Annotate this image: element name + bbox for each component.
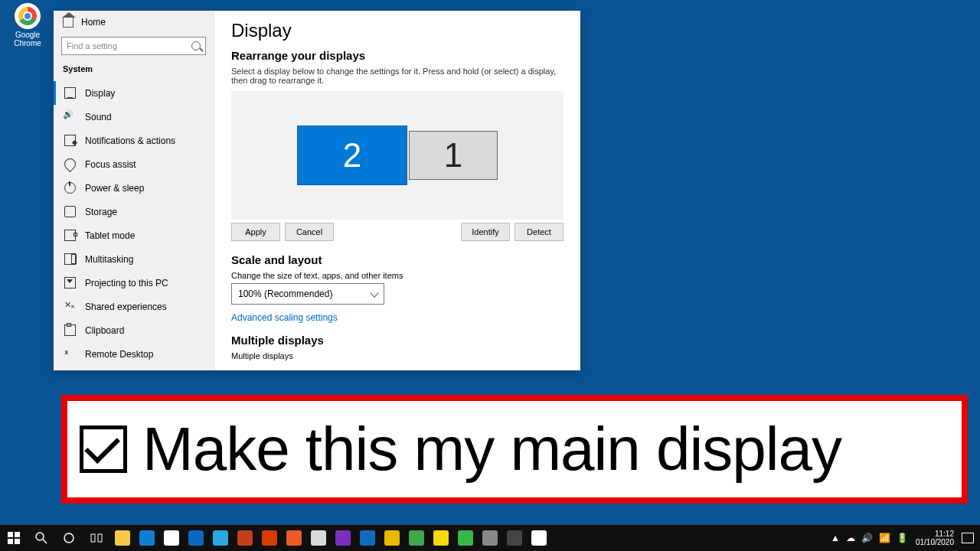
storage-icon (64, 206, 76, 217)
chrome-icon (15, 3, 41, 29)
sidebar-section-title: System (54, 61, 214, 81)
monitor-1[interactable]: 1 (409, 131, 498, 180)
tray-network-icon[interactable]: 📶 (879, 533, 890, 543)
app-icon (115, 530, 130, 546)
settings-main: Display Rearrange your displays Select a… (214, 11, 580, 370)
settings-sidebar: Home Find a setting System Display Sound… (54, 11, 214, 370)
sidebar-item-projecting[interactable]: Projecting to this PC (54, 271, 214, 295)
main-display-label: Make this my main display (142, 419, 841, 480)
rearrange-heading: Rearrange your displays (231, 49, 564, 62)
search-icon (35, 532, 47, 544)
sidebar-item-display[interactable]: Display (54, 81, 214, 105)
system-tray[interactable]: ▲ ☁ 🔊 📶 🔋 (831, 533, 908, 543)
app-icon (507, 530, 522, 546)
display-icon (64, 87, 76, 99)
taskbar-app-17[interactable] (527, 525, 551, 551)
svg-point-4 (36, 533, 44, 540)
svg-rect-8 (98, 534, 102, 542)
advanced-scaling-link[interactable]: Advanced scaling settings (231, 312, 564, 323)
tray-battery-icon[interactable]: 🔋 (897, 533, 908, 543)
search-button[interactable] (28, 525, 55, 551)
tray-onedrive-icon[interactable]: ☁ (846, 533, 855, 543)
tray-chevron-icon[interactable]: ▲ (831, 533, 840, 543)
home-button[interactable]: Home (54, 11, 214, 34)
apply-button[interactable]: Apply (231, 223, 280, 241)
search-input[interactable]: Find a setting (61, 37, 206, 55)
sidebar-item-clipboard[interactable]: Clipboard (54, 318, 214, 342)
sidebar-item-remote[interactable]: Remote Desktop (54, 342, 214, 366)
remote-icon (64, 348, 76, 360)
sidebar-item-multitask[interactable]: Multitasking (54, 247, 214, 271)
taskbar-app-10[interactable] (355, 525, 380, 551)
taskbar-app-3[interactable] (184, 525, 208, 551)
main-display-checkbox[interactable] (80, 425, 127, 473)
taskbar-app-1[interactable] (135, 525, 159, 551)
taskbar-app-14[interactable] (453, 525, 478, 551)
main-display-callout: Make this my main display (61, 395, 968, 504)
projecting-icon (64, 277, 76, 289)
sidebar-item-sound[interactable]: Sound (54, 105, 214, 129)
multiple-displays-heading: Multiple displays (231, 334, 564, 347)
app-icon (237, 530, 253, 546)
taskbar-app-6[interactable] (257, 525, 282, 551)
app-icon (360, 530, 375, 546)
desktop-icon-chrome[interactable]: Google Chrome (5, 3, 51, 47)
sidebar-item-notifications[interactable]: Notifications & actions (54, 129, 214, 152)
taskview-icon (90, 532, 103, 544)
cancel-button[interactable]: Cancel (285, 223, 334, 241)
scale-heading: Scale and layout (231, 253, 564, 266)
scale-label: Change the size of text, apps, and other… (231, 271, 564, 280)
start-button[interactable] (0, 525, 28, 551)
sidebar-item-power[interactable]: Power & sleep (54, 176, 214, 200)
tablet-icon (64, 230, 76, 241)
power-icon (64, 182, 76, 194)
taskbar-app-16[interactable] (502, 525, 527, 551)
multiple-displays-label: Multiple displays (231, 351, 564, 360)
taskbar-app-8[interactable] (306, 525, 331, 551)
taskbar-clock[interactable]: 11:12 01/10/2020 (916, 530, 954, 546)
search-placeholder: Find a setting (67, 41, 117, 51)
identify-button[interactable]: Identify (461, 223, 510, 241)
cortana-button[interactable] (55, 525, 83, 551)
multitask-icon (64, 253, 76, 265)
sound-icon (64, 111, 76, 122)
app-icon (262, 530, 277, 546)
taskbar-app-9[interactable] (331, 525, 355, 551)
settings-window: Home Find a setting System Display Sound… (54, 11, 580, 370)
taskbar-app-2[interactable] (159, 525, 184, 551)
sidebar-menu: Display Sound Notifications & actions Fo… (54, 81, 214, 366)
rearrange-hint: Select a display below to change the set… (231, 67, 564, 85)
notifications-icon (64, 135, 76, 146)
taskbar-app-15[interactable] (478, 525, 502, 551)
app-icon (384, 530, 400, 546)
monitor-2[interactable]: 2 (297, 126, 407, 185)
taskbar-app-5[interactable] (233, 525, 257, 551)
taskbar-app-4[interactable] (208, 525, 233, 551)
taskbar-app-0[interactable] (110, 525, 135, 551)
app-icon (482, 530, 498, 546)
detect-button[interactable]: Detect (514, 223, 564, 241)
taskbar-app-13[interactable] (429, 525, 453, 551)
sidebar-item-shared[interactable]: Shared experiences (54, 295, 214, 318)
home-icon (63, 17, 74, 28)
app-icon (286, 530, 302, 546)
taskbar-app-7[interactable] (282, 525, 306, 551)
focus-icon (62, 156, 78, 172)
tray-volume-icon[interactable]: 🔊 (861, 533, 873, 543)
taskbar-app-11[interactable] (380, 525, 404, 551)
svg-line-5 (43, 540, 47, 543)
scale-dropdown[interactable]: 100% (Recommended) (231, 283, 384, 305)
sidebar-item-tablet[interactable]: Tablet mode (54, 223, 214, 247)
taskbar-app-12[interactable] (404, 525, 429, 551)
app-icon (188, 530, 204, 546)
chevron-down-icon (370, 289, 378, 297)
action-center-button[interactable] (962, 533, 974, 543)
sidebar-item-focus[interactable]: Focus assist (54, 152, 214, 176)
app-icon (458, 530, 473, 546)
app-icon (335, 530, 351, 546)
svg-rect-3 (15, 539, 20, 544)
scale-value: 100% (Recommended) (238, 289, 332, 299)
taskview-button[interactable] (83, 525, 110, 551)
display-arrange-area[interactable]: 2 1 (231, 91, 564, 220)
sidebar-item-storage[interactable]: Storage (54, 200, 214, 223)
